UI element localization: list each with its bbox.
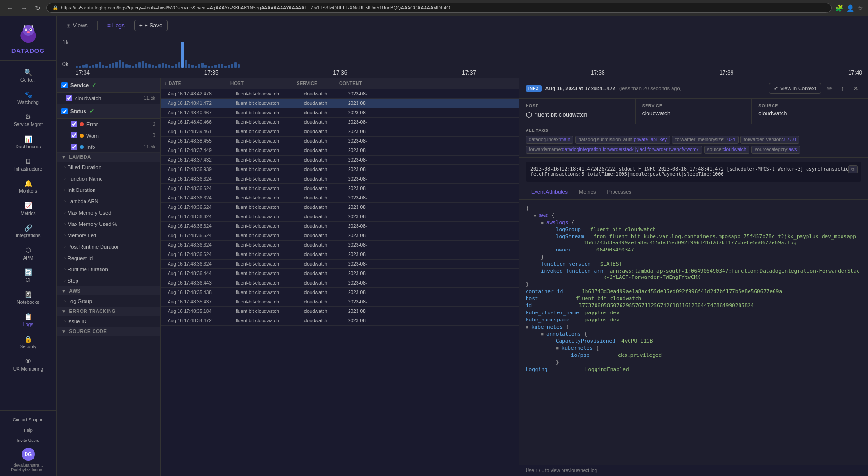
copy-button[interactable]: ⧉ xyxy=(848,165,858,173)
view-in-context-button[interactable]: ⤢ View in Context xyxy=(769,83,821,94)
post-runtime-item[interactable]: › Post Runtime Duration xyxy=(57,241,160,252)
contact-support-link[interactable]: Contact Support xyxy=(4,415,52,425)
tag[interactable]: forwarder_memorysize:1024 xyxy=(672,136,739,144)
tag[interactable]: datadog.submission_auth:private_api_key xyxy=(575,136,670,144)
table-row[interactable]: Aug 16 17:48:36.624 fluent-bit-cloudwatc… xyxy=(161,231,519,241)
profile-button[interactable]: 👤 xyxy=(846,4,854,12)
aws-toggle[interactable]: ▪ xyxy=(533,212,539,218)
memory-left-item[interactable]: › Memory Left xyxy=(57,230,160,241)
awslogs-toggle[interactable]: ▪ xyxy=(541,219,546,225)
sidebar-item-notebooks[interactable]: 📓 Notebooks xyxy=(2,287,54,309)
sidebar-item-infrastructure[interactable]: 🖥 Infrastructure xyxy=(2,154,54,175)
address-bar[interactable]: 🔒 https://us5.datadoghq.com/logs?query=&… xyxy=(46,3,832,13)
sidebar-item-ux-monitoring[interactable]: 👁 UX Monitoring xyxy=(2,354,54,375)
error-checkbox[interactable] xyxy=(71,121,77,127)
table-row[interactable]: Aug 16 17:48:36.624 fluent-bit-cloudwatc… xyxy=(161,212,519,222)
cloudwatch-checkbox[interactable] xyxy=(66,95,72,101)
table-row[interactable]: Aug 16 17:48:37.432 fluent-bit-cloudwatc… xyxy=(161,156,519,165)
function-name-item[interactable]: › Function Name xyxy=(57,173,160,184)
forward-button[interactable]: → xyxy=(19,3,29,13)
table-row[interactable]: Aug 16 17:48:36.624 fluent-bit-cloudwatc… xyxy=(161,222,519,231)
help-link[interactable]: Help xyxy=(4,425,52,435)
table-row[interactable]: Aug 16 17:48:36.624 fluent-bit-cloudwatc… xyxy=(161,193,519,203)
annotations-toggle[interactable]: ▪ xyxy=(541,331,546,337)
tab-metrics[interactable]: Metrics xyxy=(573,185,601,199)
sidebar-item-apm[interactable]: ⬡ APM xyxy=(2,242,54,264)
status-section-header[interactable]: Status ✓ xyxy=(57,104,160,119)
table-row[interactable]: Aug 16 17:48:42.478 fluent-bit-cloudwatc… xyxy=(161,89,519,99)
max-memory-pct-item[interactable]: › Max Memory Used % xyxy=(57,218,160,230)
error-filter-item[interactable]: Error 0 xyxy=(57,119,160,130)
table-row[interactable]: Aug 16 17:48:34.472 fluent-bit-cloudwatc… xyxy=(161,316,519,326)
table-row[interactable]: Aug 16 17:48:36.624 fluent-bit-cloudwatc… xyxy=(161,260,519,269)
sidebar-item-security[interactable]: 🔒 Security xyxy=(2,331,54,353)
sidebar-item-goto[interactable]: 🔍 Go to... xyxy=(2,65,54,87)
table-row[interactable]: Aug 16 17:48:36.624 fluent-bit-cloudwatc… xyxy=(161,241,519,250)
kubernetes-inner-toggle[interactable]: ▪ xyxy=(556,345,562,351)
table-row[interactable]: Aug 16 17:48:36.624 fluent-bit-cloudwatc… xyxy=(161,250,519,260)
request-id-item[interactable]: › Request Id xyxy=(57,252,160,264)
table-row[interactable]: Aug 16 17:48:40.466 fluent-bit-cloudwatc… xyxy=(161,118,519,127)
extensions-button[interactable]: 🧩 xyxy=(835,4,843,12)
lambda-arn-item[interactable]: › Lambda ARN xyxy=(57,196,160,207)
info-checkbox[interactable] xyxy=(71,144,77,150)
invite-users-link[interactable]: Invite Users xyxy=(4,435,52,446)
billed-duration-item[interactable]: › Billed Duration xyxy=(57,162,160,173)
runtime-duration-item[interactable]: › Runtime Duration xyxy=(57,264,160,275)
sidebar-item-dashboards[interactable]: 📊 Dashboards xyxy=(2,131,54,153)
tag[interactable]: forwardername:datadogintegration-forward… xyxy=(526,146,702,154)
table-row[interactable]: Aug 16 17:48:35.437 fluent-bit-cloudwatc… xyxy=(161,297,519,307)
table-row[interactable]: Aug 16 17:48:35.184 fluent-bit-cloudwatc… xyxy=(161,307,519,316)
info-filter-item[interactable]: Info 11.5k xyxy=(57,141,160,153)
sidebar-item-logs[interactable]: 📋 Logs xyxy=(2,309,54,331)
log-group-item[interactable]: › Log Group xyxy=(57,295,160,307)
table-row[interactable]: Aug 16 17:48:39.461 fluent-bit-cloudwatc… xyxy=(161,127,519,137)
table-row[interactable]: Aug 16 17:48:35.438 fluent-bit-cloudwatc… xyxy=(161,288,519,297)
user-avatar[interactable]: DG xyxy=(22,448,35,461)
sidebar-item-watchdog[interactable]: 🐾 Watchdog xyxy=(2,87,54,109)
issue-id-item[interactable]: › Issue ID xyxy=(57,316,160,327)
sidebar-item-integrations[interactable]: 🔗 Integrations xyxy=(2,220,54,242)
logs-tab-button[interactable]: ≡ Logs xyxy=(103,20,128,31)
service-checkbox[interactable] xyxy=(61,82,68,88)
sidebar-item-ci[interactable]: 🔄 CI xyxy=(2,265,54,286)
save-button[interactable]: + + Save xyxy=(134,20,168,31)
kubernetes-toggle[interactable]: ▪ xyxy=(526,324,531,330)
views-button[interactable]: ⊞ Views xyxy=(62,20,92,31)
sidebar-item-service-mgmt[interactable]: ⚙ Service Mgmt xyxy=(2,109,54,131)
refresh-button[interactable]: ↻ xyxy=(33,3,43,13)
table-row[interactable]: Aug 16 17:48:38.455 fluent-bit-cloudwatc… xyxy=(161,137,519,146)
table-row[interactable]: Aug 16 17:48:41.472 fluent-bit-cloudwatc… xyxy=(161,99,519,108)
back-button[interactable]: ← xyxy=(5,3,15,13)
tab-processes[interactable]: Processes xyxy=(602,185,637,199)
table-row[interactable]: Aug 16 17:48:37.449 fluent-bit-cloudwatc… xyxy=(161,146,519,156)
sidebar-item-metrics[interactable]: 📈 Metrics xyxy=(2,198,54,220)
table-row[interactable]: Aug 16 17:48:40.467 fluent-bit-cloudwatc… xyxy=(161,108,519,118)
tag[interactable]: sourcecategory:aws xyxy=(751,146,800,154)
step-item[interactable]: › Step xyxy=(57,275,160,286)
warn-checkbox[interactable] xyxy=(71,132,77,138)
table-row[interactable]: Aug 16 17:48:36.624 fluent-bit-cloudwatc… xyxy=(161,203,519,212)
tag[interactable]: datadog.index:main xyxy=(526,136,573,144)
sidebar-item-monitors[interactable]: 🔔 Monitors xyxy=(2,176,54,198)
table-row[interactable]: Aug 16 17:48:36.444 fluent-bit-cloudwatc… xyxy=(161,269,519,278)
close-button[interactable]: ✕ xyxy=(850,84,861,93)
share-button[interactable]: ↑ xyxy=(838,84,847,93)
table-row[interactable]: Aug 16 17:48:36.443 fluent-bit-cloudwatc… xyxy=(161,278,519,288)
tab-event-attributes[interactable]: Event Attributes xyxy=(526,185,573,199)
table-row[interactable]: Aug 16 17:48:36.624 fluent-bit-cloudwatc… xyxy=(161,174,519,184)
service-section-header[interactable]: Service ✓ xyxy=(57,78,160,93)
table-row[interactable]: Aug 16 17:48:36.624 fluent-bit-cloudwatc… xyxy=(161,184,519,193)
cloudwatch-filter-item[interactable]: cloudwatch 11.5k xyxy=(57,93,160,104)
tag[interactable]: source:cloudwatch xyxy=(704,146,750,154)
warn-filter-item[interactable]: Warn 0 xyxy=(57,130,160,141)
table-row[interactable]: Aug 16 17:48:36.939 fluent-bit-cloudwatc… xyxy=(161,165,519,174)
chart-bar xyxy=(105,66,108,68)
bookmark-button[interactable]: ☆ xyxy=(857,4,863,12)
max-memory-used-item[interactable]: › Max Memory Used xyxy=(57,207,160,218)
status-checkbox[interactable] xyxy=(61,108,68,114)
tag[interactable]: forwarder_version:3.77.0 xyxy=(740,136,800,144)
edit-button[interactable]: ✏ xyxy=(824,84,835,93)
row-host: fluent-bit-cloudwatch xyxy=(236,195,302,200)
init-duration-item[interactable]: › Init Duration xyxy=(57,184,160,196)
